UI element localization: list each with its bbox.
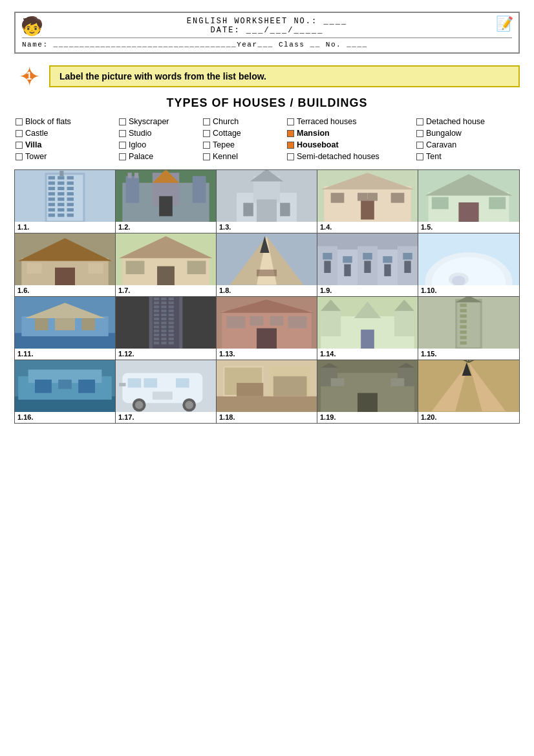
svg-rect-149: [288, 316, 307, 329]
vocab-item[interactable]: Mansion: [286, 128, 415, 138]
svg-rect-53: [368, 193, 378, 200]
vocab-item[interactable]: Tent: [415, 151, 518, 162]
svg-rect-49: [361, 199, 374, 219]
svg-rect-24: [48, 213, 55, 217]
vocab-item[interactable]: Kennel: [202, 151, 286, 162]
vocab-item[interactable]: Igloo: [118, 140, 202, 150]
svg-rect-91: [403, 253, 412, 259]
svg-rect-170: [460, 336, 466, 340]
vocab-item[interactable]: Skyscraper: [118, 116, 202, 127]
vocab-checkbox[interactable]: [416, 153, 423, 160]
vocab-item[interactable]: Block of flats: [14, 116, 118, 127]
vocab-checkbox[interactable]: [203, 130, 210, 137]
image-grid: 1.1. 1.2. 1.3.: [14, 169, 520, 424]
svg-rect-22: [58, 208, 64, 211]
vocab-item[interactable]: Church: [202, 116, 286, 127]
svg-rect-189: [119, 383, 125, 386]
image-cell: 1.2.: [116, 170, 217, 233]
svg-rect-196: [237, 383, 263, 396]
vocab-item[interactable]: Detached house: [415, 116, 518, 127]
vocab-label: Block of flats: [25, 117, 71, 126]
vocab-item[interactable]: Villa: [14, 140, 118, 150]
building-image: [116, 170, 216, 222]
svg-rect-43: [257, 199, 277, 222]
svg-rect-83: [344, 264, 350, 276]
vocab-checkbox[interactable]: [16, 153, 23, 160]
svg-rect-176: [35, 380, 52, 393]
vocab-item[interactable]: Houseboat: [286, 140, 415, 150]
vocab-item[interactable]: Terraced houses: [286, 116, 415, 127]
svg-rect-44: [243, 202, 253, 216]
vocab-checkbox[interactable]: [203, 118, 210, 125]
svg-rect-57: [458, 202, 478, 222]
vocab-checkbox[interactable]: [119, 130, 126, 137]
svg-point-186: [135, 401, 143, 409]
svg-rect-118: [161, 309, 166, 312]
svg-rect-129: [154, 325, 159, 328]
vocab-item[interactable]: Tepee: [202, 140, 286, 150]
svg-rect-147: [257, 328, 277, 349]
svg-rect-45: [280, 202, 290, 216]
vocab-checkbox[interactable]: [119, 118, 126, 125]
svg-rect-89: [384, 264, 390, 276]
vocab-checkbox[interactable]: [119, 153, 126, 160]
vocab-checkbox[interactable]: [287, 142, 294, 149]
cell-label: 1.9.: [317, 285, 418, 296]
svg-rect-51: [391, 193, 405, 202]
building-image: [317, 297, 418, 349]
vocab-checkbox[interactable]: [416, 118, 423, 125]
vocab-checkbox[interactable]: [16, 130, 23, 137]
image-cell: 1.5.: [418, 170, 519, 233]
vocab-label: Studio: [129, 129, 151, 138]
vocab-checkbox[interactable]: [416, 142, 423, 149]
svg-rect-59: [489, 197, 506, 210]
vocab-checkbox[interactable]: [203, 142, 210, 149]
image-row: 1.11. 1.12. 1.13. 1.14.: [15, 297, 519, 360]
cell-label: 1.7.: [116, 285, 216, 296]
image-row: 1.1. 1.2. 1.3.: [15, 170, 519, 233]
vocab-label: Mansion: [297, 129, 330, 138]
vocab-item[interactable]: Studio: [118, 128, 202, 138]
cell-label: 1.6.: [15, 285, 115, 296]
vocab-item[interactable]: Castle: [14, 128, 118, 138]
vocab-item[interactable]: Bungalow: [415, 128, 518, 138]
vocab-label: Villa: [25, 140, 41, 149]
svg-rect-13: [58, 192, 64, 195]
image-cell: 1.17.: [116, 360, 217, 423]
image-row: 1.6. 1.7. 1.8.: [15, 233, 519, 297]
vocab-checkbox[interactable]: [203, 153, 210, 160]
svg-rect-36: [134, 173, 138, 178]
sun-decoration: 1: [14, 61, 44, 91]
svg-rect-120: [154, 314, 159, 316]
svg-rect-92: [404, 261, 411, 273]
svg-rect-155: [394, 309, 414, 336]
vocab-label: Semi-detached houses: [297, 152, 379, 161]
svg-rect-10: [58, 187, 64, 190]
vocab-checkbox[interactable]: [16, 142, 23, 149]
vocab-checkbox[interactable]: [287, 118, 294, 125]
vocab-checkbox[interactable]: [287, 153, 294, 160]
vocab-item[interactable]: Cottage: [202, 128, 286, 138]
vocab-checkbox[interactable]: [16, 118, 23, 125]
vocab-item[interactable]: Semi-detached houses: [286, 151, 415, 162]
svg-rect-116: [169, 305, 174, 308]
vocab-checkbox[interactable]: [416, 130, 423, 137]
vocab-checkbox[interactable]: [287, 130, 294, 137]
cell-label: 1.13.: [217, 349, 317, 360]
svg-rect-140: [169, 338, 174, 340]
vocab-item[interactable]: Caravan: [415, 140, 518, 150]
vocab-item[interactable]: Palace: [118, 151, 202, 162]
svg-rect-142: [161, 341, 166, 344]
section-label: 1 Label the picture with words from the …: [14, 61, 520, 91]
building-image: [116, 360, 216, 412]
cell-label: 1.8.: [217, 285, 317, 296]
building-image: [317, 360, 418, 412]
vocab-item[interactable]: Tower: [14, 151, 118, 162]
svg-rect-126: [154, 321, 159, 324]
svg-rect-12: [48, 192, 55, 195]
building-image: [317, 170, 418, 222]
svg-rect-108: [154, 297, 159, 300]
vocab-checkbox[interactable]: [119, 142, 126, 149]
svg-rect-64: [27, 263, 42, 274]
name-line: Name: __________________________________…: [22, 38, 512, 49]
